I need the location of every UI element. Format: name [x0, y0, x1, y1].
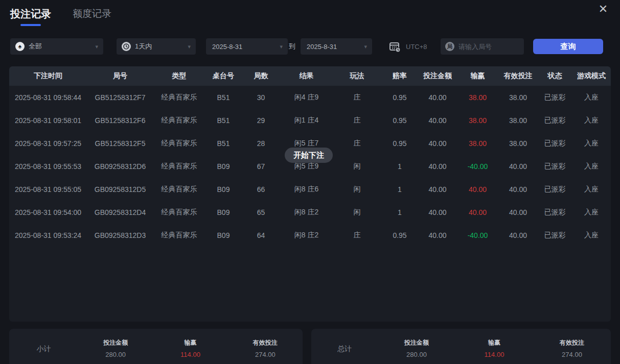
cell-odds: 1 [381, 155, 418, 178]
calendar-clock-icon[interactable] [388, 40, 401, 53]
cell-bet-time: 2025-08-31 09:53:24 [9, 224, 87, 247]
cell-game-mode: 入座 [572, 201, 611, 224]
winloss-value: 114.00 [455, 351, 533, 358]
winloss-value: 114.00 [153, 351, 227, 358]
start-betting-toast: 开始下注 [285, 148, 333, 163]
cell-round-id: GB51258312F6 [87, 109, 153, 132]
query-button[interactable]: 查询 [533, 39, 603, 54]
cell-game-mode: 入座 [572, 109, 611, 132]
cell-round-no: 65 [242, 201, 280, 224]
clock-icon [122, 42, 131, 51]
cell-play: 庄 [333, 132, 381, 155]
table-row[interactable]: 2025-08-31 09:54:00 GB09258312D4 经典百家乐 B… [9, 201, 611, 224]
cell-valid-bet: 40.00 [498, 201, 538, 224]
table-body: 2025-08-31 09:58:44 GB51258312F7 经典百家乐 B… [9, 86, 611, 322]
cell-bet-time: 2025-08-31 09:57:25 [9, 132, 87, 155]
bet-records-table: 下注时间局号类型桌台号局数结果玩法赔率投注金额输赢有效投注状态游戏模式 2025… [9, 66, 611, 322]
cell-game-type: 经典百家乐 [153, 178, 205, 201]
col-header-11: 状态 [538, 66, 572, 86]
cell-play: 庄 [333, 224, 381, 247]
col-header-4: 局数 [242, 66, 280, 86]
cell-game-type: 经典百家乐 [153, 224, 205, 247]
table-row[interactable]: 2025-08-31 09:53:24 GB09258312D3 经典百家乐 B… [9, 224, 611, 247]
cell-valid-bet: 40.00 [498, 155, 538, 178]
cell-round-id: GB09258312D5 [87, 178, 153, 201]
col-header-0: 下注时间 [9, 66, 87, 86]
table-header-row: 下注时间局号类型桌台号局数结果玩法赔率投注金额输赢有效投注状态游戏模式 [9, 66, 611, 86]
cell-round-no: 30 [242, 86, 280, 109]
time-range-value: 1天内 [135, 42, 152, 51]
cell-status: 已派彩 [538, 86, 572, 109]
col-header-12: 游戏模式 [572, 66, 611, 86]
cell-valid-bet: 40.00 [498, 178, 538, 201]
cell-game-type: 经典百家乐 [153, 155, 205, 178]
cell-round-no: 64 [242, 224, 280, 247]
cell-table-no: B51 [205, 132, 242, 155]
cell-result: 闲8 庄2 [280, 201, 333, 224]
col-header-10: 有效投注 [498, 66, 538, 86]
validbet-label: 有效投注 [533, 338, 611, 347]
cell-bet-amount: 40.00 [418, 132, 457, 155]
timezone-label: UTC+8 [406, 43, 427, 51]
total-panel: 总计 投注金额 280.00 输赢 114.00 有效投注 274.00 [311, 329, 611, 364]
bet-amount-label: 投注金额 [378, 338, 455, 347]
close-icon[interactable]: ✕ [596, 2, 610, 16]
date-from-select[interactable]: 2025-8-31 ▾ [206, 38, 288, 55]
chevron-down-icon: ▾ [95, 43, 98, 50]
cell-status: 已派彩 [538, 201, 572, 224]
col-header-1: 局号 [87, 66, 153, 86]
cell-bet-time: 2025-08-31 09:54:00 [9, 201, 87, 224]
cell-round-id: GB09258312D6 [87, 155, 153, 178]
cell-round-id: GB09258312D4 [87, 201, 153, 224]
round-icon: 局 [445, 42, 454, 51]
tab-betting-records[interactable]: 投注记录 [10, 7, 51, 26]
cell-bet-time: 2025-08-31 09:55:05 [9, 178, 87, 201]
tab-bar: 投注记录 额度记录 [10, 7, 111, 26]
cell-game-mode: 入座 [572, 155, 611, 178]
cell-result: 闲1 庄4 [280, 109, 333, 132]
cell-game-type: 经典百家乐 [153, 132, 205, 155]
date-from-value: 2025-8-31 [212, 43, 242, 51]
date-to-select[interactable]: 2025-8-31 ▾ [301, 38, 372, 55]
round-id-input[interactable] [458, 43, 515, 51]
cell-table-no: B09 [205, 178, 242, 201]
cell-bet-time: 2025-08-31 09:58:44 [9, 86, 87, 109]
cell-game-mode: 入座 [572, 132, 611, 155]
chevron-down-icon: ▾ [364, 43, 367, 50]
cell-game-mode: 入座 [572, 224, 611, 247]
table-row[interactable]: 2025-08-31 09:58:01 GB51258312F6 经典百家乐 B… [9, 109, 611, 132]
cell-game-type: 经典百家乐 [153, 86, 205, 109]
winloss-label: 输赢 [455, 338, 533, 347]
col-header-3: 桌台号 [205, 66, 242, 86]
table-row[interactable]: 2025-08-31 09:58:44 GB51258312F7 经典百家乐 B… [9, 86, 611, 109]
cell-bet-amount: 40.00 [418, 109, 457, 132]
subtotal-label: 小计 [9, 345, 78, 354]
cell-play: 庄 [333, 109, 381, 132]
cell-status: 已派彩 [538, 109, 572, 132]
cell-win-loss: 38.00 [457, 132, 498, 155]
col-header-2: 类型 [153, 66, 205, 86]
game-type-select[interactable]: ♠ 全部 ▾ [10, 38, 103, 55]
bet-amount-value: 280.00 [378, 351, 455, 358]
bet-amount-label: 投注金额 [78, 338, 153, 347]
cell-bet-amount: 40.00 [418, 201, 457, 224]
time-range-select[interactable]: 1天内 ▾ [117, 38, 196, 55]
cell-result: 闲8 庄6 [280, 178, 333, 201]
col-header-7: 赔率 [381, 66, 418, 86]
cell-round-no: 28 [242, 132, 280, 155]
cell-odds: 1 [381, 201, 418, 224]
cell-game-type: 经典百家乐 [153, 201, 205, 224]
cell-valid-bet: 38.00 [498, 86, 538, 109]
cell-game-mode: 入座 [572, 86, 611, 109]
cell-odds: 1 [381, 178, 418, 201]
validbet-value: 274.00 [228, 351, 303, 358]
subtotal-validbet-stat: 有效投注 274.00 [228, 338, 303, 358]
total-bet-stat: 投注金额 280.00 [378, 338, 455, 358]
chevron-down-icon: ▾ [188, 43, 191, 50]
winloss-label: 输赢 [153, 338, 227, 347]
cell-round-no: 67 [242, 155, 280, 178]
subtotal-panel: 小计 投注金额 280.00 输赢 114.00 有效投注 274.00 [9, 329, 303, 364]
table-row[interactable]: 2025-08-31 09:55:05 GB09258312D5 经典百家乐 B… [9, 178, 611, 201]
cell-bet-time: 2025-08-31 09:58:01 [9, 109, 87, 132]
tab-quota-records[interactable]: 额度记录 [73, 7, 111, 26]
